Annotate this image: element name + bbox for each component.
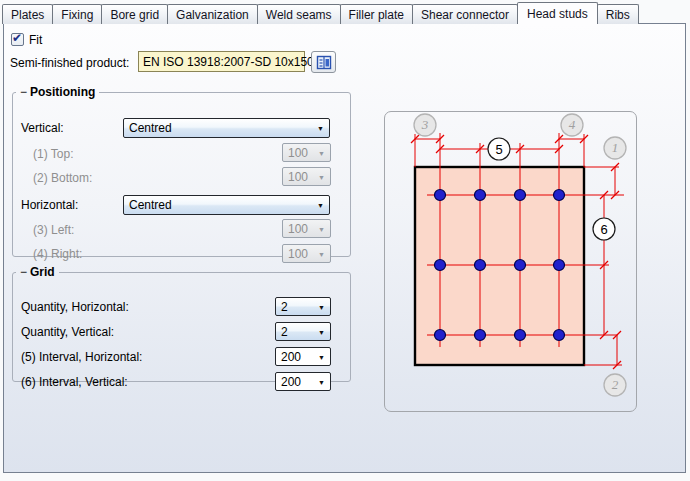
marker-1-label: 1 [612, 140, 619, 155]
chevron-down-icon: ▼ [318, 354, 325, 361]
vertical-label: Vertical: [21, 121, 64, 136]
stud-layout-diagram: 3 4 1 2 5 6 [385, 112, 637, 412]
horizontal-dropdown[interactable]: Centred ▼ [123, 195, 330, 215]
collapse-toggle-icon[interactable]: − [20, 85, 30, 99]
head-stud [475, 190, 486, 201]
interval-horizontal-label: (5) Interval, Horizontal: [21, 350, 142, 365]
tab-shear-connector[interactable]: Shear connector [412, 4, 518, 24]
tab-fixing[interactable]: Fixing [52, 4, 102, 24]
semi-finished-product-label: Semi-finished product: [10, 56, 129, 70]
collapse-toggle-icon[interactable]: − [20, 265, 30, 279]
marker-4-label: 4 [569, 117, 576, 132]
top-label: (1) Top: [33, 147, 73, 162]
head-stud [435, 330, 446, 341]
tab-bar: Plates Fixing Bore grid Galvanization We… [3, 2, 639, 24]
quantity-vertical-dropdown[interactable]: 2 ▼ [275, 322, 331, 341]
bottom-dropdown: 100 ▼ [282, 167, 331, 186]
top-dropdown: 100 ▼ [282, 143, 331, 162]
head-stud [435, 260, 446, 271]
marker-3-label: 3 [421, 117, 429, 132]
grid-group-title: −Grid [16, 265, 59, 279]
vertical-dropdown[interactable]: Centred ▼ [123, 118, 330, 138]
quantity-vertical-label: Quantity, Vertical: [21, 325, 114, 340]
head-studs-tab-page: ✔ Fit Semi-finished product: EN ISO 1391… [3, 23, 686, 473]
catalog-browse-button[interactable] [311, 51, 336, 73]
interval-vertical-dropdown[interactable]: 200 ▼ [275, 372, 331, 391]
head-stud [475, 330, 486, 341]
horizontal-label: Horizontal: [21, 198, 78, 213]
quantity-horizontal-dropdown[interactable]: 2 ▼ [275, 297, 331, 316]
tab-bore-grid[interactable]: Bore grid [101, 4, 168, 24]
right-label: (4) Right: [33, 247, 82, 262]
grid-group: −Grid Quantity, Horizontal: 2 ▼ Quantity… [12, 265, 351, 382]
chevron-down-icon: ▼ [318, 174, 325, 181]
tab-weld-seams[interactable]: Weld seams [257, 4, 341, 24]
marker-2-label: 2 [612, 377, 619, 392]
positioning-group-title: −Positioning [16, 85, 99, 99]
interval-horizontal-dropdown[interactable]: 200 ▼ [275, 347, 331, 366]
tab-plates[interactable]: Plates [2, 4, 53, 24]
semi-finished-product-field[interactable]: EN ISO 13918:2007-SD 10x150 [138, 51, 305, 72]
tab-filler-plate[interactable]: Filler plate [340, 4, 413, 24]
tab-ribs[interactable]: Ribs [597, 4, 639, 24]
marker-6-label: 6 [600, 222, 607, 237]
head-stud [515, 190, 526, 201]
head-stud [554, 190, 565, 201]
chevron-down-icon: ▼ [318, 329, 325, 336]
quantity-horizontal-label: Quantity, Horizontal: [21, 300, 129, 315]
head-stud [475, 260, 486, 271]
chevron-down-icon: ▼ [318, 251, 325, 258]
fit-checkbox[interactable]: ✔ [11, 33, 24, 46]
interval-vertical-label: (6) Interval, Vertical: [21, 375, 128, 390]
left-label: (3) Left: [33, 223, 74, 238]
head-stud [435, 190, 446, 201]
head-stud [515, 330, 526, 341]
tab-head-studs[interactable]: Head studs [517, 2, 598, 24]
head-stud [515, 260, 526, 271]
bottom-label: (2) Bottom: [33, 171, 92, 186]
catalog-icon [316, 55, 332, 70]
positioning-group: −Positioning Vertical: Centred ▼ (1) Top… [12, 85, 351, 257]
head-stud [554, 330, 565, 341]
chevron-down-icon: ▼ [318, 304, 325, 311]
left-dropdown: 100 ▼ [282, 219, 331, 238]
fit-checkbox-label: Fit [29, 33, 42, 47]
chevron-down-icon: ▼ [318, 150, 325, 157]
marker-5-label: 5 [495, 142, 502, 157]
tab-galvanization[interactable]: Galvanization [167, 4, 258, 24]
chevron-down-icon: ▼ [317, 125, 324, 132]
right-dropdown: 100 ▼ [282, 244, 331, 263]
stud-layout-diagram-panel: 3 4 1 2 5 6 [384, 111, 637, 412]
head-stud [554, 260, 565, 271]
chevron-down-icon: ▼ [318, 379, 325, 386]
chevron-down-icon: ▼ [317, 202, 324, 209]
chevron-down-icon: ▼ [318, 226, 325, 233]
checkmark-icon: ✔ [12, 31, 22, 46]
